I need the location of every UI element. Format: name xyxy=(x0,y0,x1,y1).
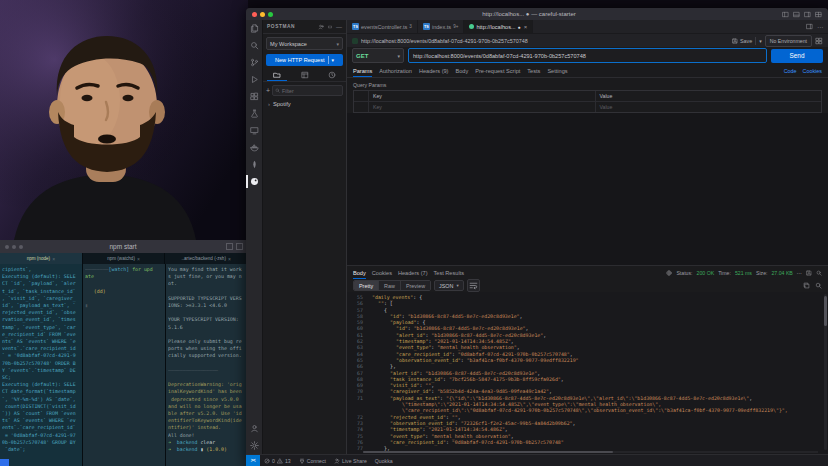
request-tab-authorization[interactable]: Authorization xyxy=(379,64,412,77)
activity-bar-postman-icon[interactable] xyxy=(246,173,262,190)
method-select[interactable]: GET ▾ xyxy=(352,48,404,63)
workspace-selector[interactable]: My Workspace ▾ xyxy=(266,37,343,50)
activity-bar-docker-icon[interactable] xyxy=(246,139,262,156)
response-tab-cookies[interactable]: Cookies xyxy=(372,266,392,279)
copy-body-icon[interactable] xyxy=(803,282,810,289)
request-tab-params[interactable]: Params xyxy=(353,64,372,77)
filter-input[interactable]: Filter xyxy=(272,85,343,96)
activity-bar-account-icon[interactable] xyxy=(246,420,262,437)
sidebar-tab-environments[interactable] xyxy=(291,69,319,81)
format-select[interactable]: JSON ▾ xyxy=(434,280,464,291)
activity-bar-settings-gear-icon[interactable] xyxy=(246,437,262,454)
editor-tab-http-localhos-[interactable]: http://localhos...●× xyxy=(464,20,533,33)
activity-bar-run-debug-icon[interactable] xyxy=(246,71,262,88)
wrap-text-icon[interactable] xyxy=(467,279,480,292)
row-checkbox-column[interactable] xyxy=(354,91,369,101)
request-link-cookies[interactable]: Cookies xyxy=(803,68,822,74)
terminal-titlebar-icon[interactable] xyxy=(226,243,233,250)
row-checkbox-column[interactable] xyxy=(354,102,369,112)
files-icon xyxy=(250,24,259,33)
activity-bar-mongodb-icon[interactable] xyxy=(246,156,262,173)
response-vertical-scrollbar[interactable] xyxy=(824,294,827,450)
add-collection-button[interactable]: + xyxy=(266,87,270,94)
remote-indicator[interactable]: >< xyxy=(246,455,260,466)
url-input[interactable]: http://localhost:8000/events/0d8abfaf-07… xyxy=(408,48,767,63)
activity-bar-search-icon[interactable] xyxy=(246,37,262,54)
terminal-tab-npm-node-[interactable]: npm (node)× xyxy=(0,253,83,264)
new-http-request-button[interactable]: New HTTP Request ▾ xyxy=(266,54,343,66)
terminal-tab--artec-backend-zsh-[interactable]: ..artec/backend (-zsh)× xyxy=(165,253,248,264)
activity-bar-testing-icon[interactable] xyxy=(246,105,262,122)
zoom-window-button[interactable] xyxy=(268,12,273,17)
response-tab-body[interactable]: Body xyxy=(353,266,366,279)
filter-placeholder: Filter xyxy=(282,88,294,94)
search-body-icon[interactable] xyxy=(815,282,822,289)
customize-layout-icon[interactable] xyxy=(815,11,822,18)
view-raw[interactable]: Raw xyxy=(379,281,401,290)
param-input-key[interactable]: Key xyxy=(369,102,596,112)
close-icon[interactable]: × xyxy=(52,256,55,262)
search-response-icon[interactable] xyxy=(816,270,822,276)
quokka-status-item[interactable]: Quokka xyxy=(371,458,397,464)
activity-bar-remote-explorer-icon[interactable] xyxy=(246,122,262,139)
connect-status-item[interactable]: Connect xyxy=(295,458,330,464)
toggle-panel-icon[interactable] xyxy=(793,11,800,18)
close-icon[interactable]: × xyxy=(137,256,140,262)
activity-bar-files-icon[interactable] xyxy=(246,20,262,37)
collection-item-spotify[interactable]: › Spotify xyxy=(263,99,346,109)
invite-icon[interactable] xyxy=(318,24,324,30)
param-input-value[interactable]: Value xyxy=(596,102,822,112)
toggle-sidebar-icon[interactable] xyxy=(782,11,789,18)
close-window-button[interactable] xyxy=(252,12,257,17)
save-label: Save xyxy=(740,38,752,44)
response-body: 55"daily_events": {56"": [57{58"id": "b1… xyxy=(347,294,822,452)
editor-tab-eventscontroller-ts[interactable]: TSeventsController.ts3 xyxy=(347,20,418,33)
minimize-window-button[interactable] xyxy=(260,12,265,17)
terminal-titlebar[interactable]: npm start xyxy=(0,240,248,253)
terminal-pane-zsh[interactable]: You may find that it works just fine, or… xyxy=(166,264,248,466)
response-tab-headers-7-[interactable]: Headers (7) xyxy=(398,266,428,279)
collapse-sidebar-icon[interactable]: — xyxy=(336,24,342,30)
request-tab-body[interactable]: Body xyxy=(455,64,468,77)
toggle-secondary-sidebar-icon[interactable] xyxy=(804,11,811,18)
testing-icon xyxy=(250,109,259,118)
terminal-pane-sql-log[interactable]: cipients`,Executing (default): SELECT `i… xyxy=(0,264,82,466)
request-tab-pre-request-script[interactable]: Pre-request Script xyxy=(475,64,520,77)
close-tab-icon[interactable]: × xyxy=(524,24,528,30)
live-share-status-item[interactable]: Live Share xyxy=(330,458,371,464)
view-preview[interactable]: Preview xyxy=(401,281,430,290)
activity-bar-source-control-icon[interactable] xyxy=(246,54,262,71)
terminal-titlebar-icon-2[interactable] xyxy=(236,243,243,250)
save-request-button[interactable]: Save xyxy=(732,38,752,44)
sidebar-tab-history[interactable] xyxy=(318,69,346,81)
sidebar-tab-collections[interactable] xyxy=(263,69,291,81)
activity-bar-extensions-icon[interactable] xyxy=(246,88,262,105)
request-tab-headers-9-[interactable]: Headers (9) xyxy=(419,64,449,77)
request-link-code[interactable]: Code xyxy=(784,68,797,74)
split-editor-icon[interactable] xyxy=(806,23,813,30)
environment-quick-look-icon[interactable] xyxy=(815,37,823,45)
terminal-pane-watch[interactable]: ────────[watch] for update (dd) ▮ xyxy=(83,264,165,466)
vscode-titlebar[interactable]: http://localhos... ● — careful-starter xyxy=(246,8,828,20)
response-horizontal-scrollbar[interactable] xyxy=(363,451,818,454)
editor-tab-index-ts[interactable]: TSindex.ts9+ xyxy=(418,20,465,33)
terminal-line xyxy=(85,295,163,302)
terminal-traffic-lights[interactable] xyxy=(5,245,23,249)
response-more-icon[interactable]: ⋯ xyxy=(797,270,802,276)
response-tab-test-results[interactable]: Test Results xyxy=(434,266,464,279)
terminal-line: ➜ backend ▮ (1.0.0) xyxy=(168,446,246,453)
request-tab-tests[interactable]: Tests xyxy=(527,64,540,77)
terminal-line: s just fine, or you may n xyxy=(168,273,246,280)
save-options-chevron-icon[interactable]: ▾ xyxy=(759,38,762,44)
terminal-tab-npm-watchd-[interactable]: npm (watchd)× xyxy=(83,253,166,264)
environment-selector[interactable]: No Environment xyxy=(765,35,812,47)
capture-requests-icon[interactable] xyxy=(327,24,333,30)
request-tab-settings[interactable]: Settings xyxy=(547,64,567,77)
more-actions-icon[interactable]: ⋯ xyxy=(817,23,823,30)
terminal-line: deprecated since v5.0.0 xyxy=(168,396,246,403)
close-icon[interactable]: × xyxy=(228,256,231,262)
problems-status[interactable]: 0 13 xyxy=(260,458,295,464)
save-response-icon[interactable] xyxy=(806,270,812,276)
send-button[interactable]: Send xyxy=(771,49,823,63)
view-pretty[interactable]: Pretty xyxy=(354,281,379,290)
